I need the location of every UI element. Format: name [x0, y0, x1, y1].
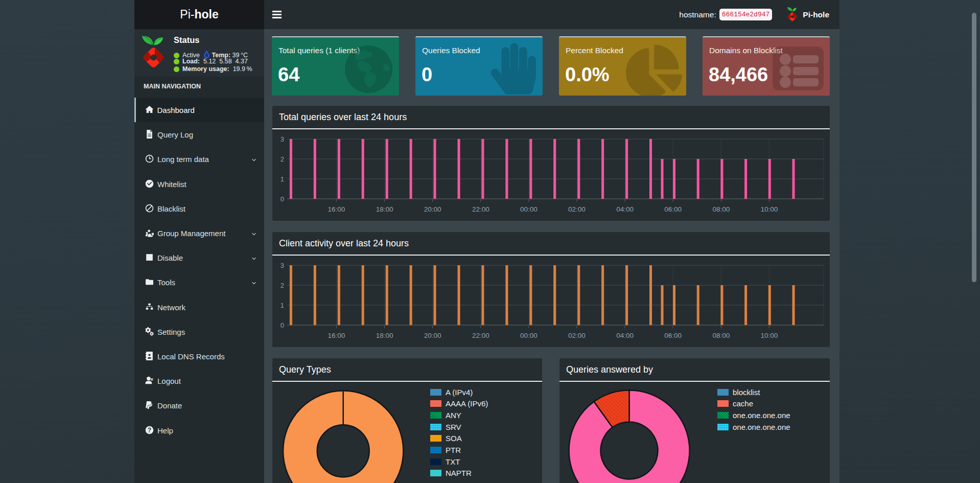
svg-text:04:00: 04:00 [616, 332, 634, 339]
svg-text:3: 3 [281, 262, 284, 269]
svg-text:06:00: 06:00 [664, 205, 682, 213]
svg-text:22:00: 22:00 [472, 205, 489, 213]
svg-text:2: 2 [281, 155, 284, 163]
svg-text:0: 0 [281, 321, 284, 329]
svg-text:1: 1 [281, 302, 284, 309]
svg-text:00:00: 00:00 [520, 332, 538, 339]
svg-text:10:00: 10:00 [761, 332, 778, 339]
svg-text:0: 0 [281, 195, 284, 203]
svg-text:3: 3 [281, 135, 284, 143]
svg-text:2: 2 [281, 282, 284, 289]
svg-text:10:00: 10:00 [761, 205, 778, 213]
svg-text:02:00: 02:00 [568, 205, 586, 213]
svg-text:08:00: 08:00 [712, 332, 730, 339]
svg-text:16:00: 16:00 [328, 332, 345, 339]
svg-text:16:00: 16:00 [328, 205, 345, 213]
svg-text:1: 1 [281, 175, 284, 183]
svg-text:22:00: 22:00 [472, 332, 489, 339]
svg-text:06:00: 06:00 [664, 332, 682, 339]
svg-text:04:00: 04:00 [616, 205, 634, 213]
svg-text:20:00: 20:00 [424, 205, 441, 213]
svg-text:20:00: 20:00 [424, 332, 441, 339]
svg-text:02:00: 02:00 [568, 332, 586, 339]
svg-text:08:00: 08:00 [712, 205, 730, 213]
svg-text:18:00: 18:00 [376, 205, 393, 213]
svg-text:00:00: 00:00 [520, 205, 538, 213]
svg-text:18:00: 18:00 [376, 332, 393, 339]
